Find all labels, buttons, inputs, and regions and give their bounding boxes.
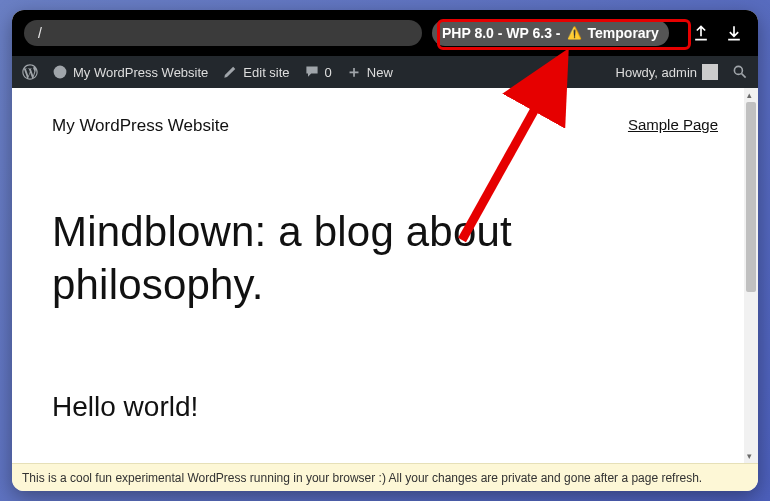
comment-icon xyxy=(304,64,320,80)
post-title[interactable]: Hello world! xyxy=(52,391,718,423)
hero-heading: Mindblown: a blog about philosophy. xyxy=(52,206,718,311)
wordpress-icon xyxy=(22,64,38,80)
account-link[interactable]: Howdy, admin xyxy=(616,64,718,80)
avatar-icon xyxy=(702,64,718,80)
comments-link[interactable]: 0 xyxy=(304,64,332,80)
site-viewport: My WordPress Website Sample Page Mindblo… xyxy=(12,88,758,463)
footer-notice: This is a cool fun experimental WordPres… xyxy=(12,463,758,491)
svg-point-1 xyxy=(734,66,742,74)
url-bar[interactable]: / xyxy=(24,20,422,46)
svg-line-2 xyxy=(742,74,746,78)
upload-button[interactable] xyxy=(689,20,713,46)
svg-point-0 xyxy=(54,66,67,79)
nav-sample-page[interactable]: Sample Page xyxy=(628,116,718,133)
edit-site-text: Edit site xyxy=(243,65,289,80)
scroll-up-icon: ▴ xyxy=(747,90,752,100)
search-button[interactable] xyxy=(732,64,748,80)
howdy-text: Howdy, admin xyxy=(616,65,697,80)
playground-toolbar: / PHP 8.0 - WP 6.3 - ⚠️ Temporary xyxy=(12,10,758,56)
warning-icon: ⚠️ xyxy=(567,26,582,40)
edit-icon xyxy=(222,64,238,80)
scroll-down-icon: ▾ xyxy=(747,451,752,461)
new-content-link[interactable]: ＋ New xyxy=(346,64,393,80)
site-name-link[interactable]: My WordPress Website xyxy=(52,64,208,80)
env-php-wp: PHP 8.0 - WP 6.3 - xyxy=(442,25,561,41)
edit-site-link[interactable]: Edit site xyxy=(222,64,289,80)
home-icon xyxy=(52,64,68,80)
app-window: / PHP 8.0 - WP 6.3 - ⚠️ Temporary My Wor… xyxy=(12,10,758,491)
environment-badge[interactable]: PHP 8.0 - WP 6.3 - ⚠️ Temporary xyxy=(432,20,669,46)
comments-count: 0 xyxy=(325,65,332,80)
search-icon xyxy=(732,64,748,80)
download-icon xyxy=(724,23,744,43)
site-name-text: My WordPress Website xyxy=(73,65,208,80)
scrollbar-thumb[interactable] xyxy=(746,102,756,292)
notice-text: This is a cool fun experimental WordPres… xyxy=(22,471,702,485)
scrollbar[interactable]: ▴ ▾ xyxy=(744,88,758,463)
wp-logo-button[interactable] xyxy=(22,64,38,80)
upload-icon xyxy=(691,23,711,43)
plus-icon: ＋ xyxy=(346,64,362,80)
wp-admin-bar: My WordPress Website Edit site 0 ＋ New H… xyxy=(12,56,758,88)
page-content: My WordPress Website Sample Page Mindblo… xyxy=(12,88,758,433)
env-temporary: Temporary xyxy=(588,25,659,41)
new-text: New xyxy=(367,65,393,80)
page-site-title[interactable]: My WordPress Website xyxy=(52,116,229,136)
download-button[interactable] xyxy=(722,20,746,46)
